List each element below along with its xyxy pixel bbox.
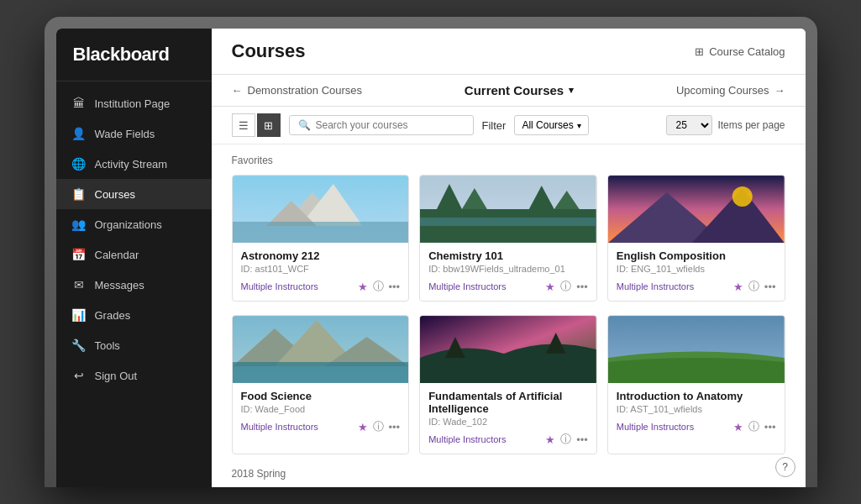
- per-page-label: Items per page: [717, 119, 785, 131]
- svg-rect-4: [233, 222, 409, 243]
- course-image: [420, 176, 596, 243]
- sidebar-label-grades: Grades: [95, 309, 131, 322]
- sidebar-item-calendar[interactable]: 📅 Calendar: [56, 239, 212, 270]
- course-card[interactable]: Introduction to Anatomy ID: AST_101_wfie…: [607, 315, 785, 454]
- course-name: Chemistry 101: [428, 249, 588, 262]
- prev-courses-link[interactable]: ← Demonstration Courses: [232, 84, 363, 97]
- svg-rect-20: [233, 362, 409, 383]
- info-icon[interactable]: ⓘ: [748, 419, 759, 434]
- sidebar-item-organizations[interactable]: 👥 Organizations: [56, 209, 212, 239]
- course-card[interactable]: Fundamentals of Artificial Intelligence …: [419, 315, 597, 454]
- per-page-select[interactable]: 25 50 100: [666, 115, 712, 135]
- view-toggle: ☰ ⊞: [232, 113, 281, 137]
- sidebar-label-activity: Activity Stream: [95, 158, 168, 171]
- sidebar-item-courses[interactable]: 📋 Courses: [56, 179, 212, 209]
- messages-icon: ✉: [71, 277, 87, 292]
- more-icon[interactable]: •••: [576, 433, 588, 446]
- prev-courses-label: Demonstration Courses: [248, 84, 363, 97]
- course-id: ID: ast101_WCF: [241, 264, 401, 274]
- course-catalog-button[interactable]: ⊞ Course Catalog: [695, 45, 785, 58]
- star-icon[interactable]: ★: [358, 421, 368, 433]
- instructor-link[interactable]: Multiple Instructors: [428, 434, 506, 444]
- filter-bar: ☰ ⊞ 🔍 Filter All Courses ▾ 25 50 100: [212, 107, 806, 144]
- instructor-link[interactable]: Multiple Instructors: [428, 281, 506, 291]
- top-bar: Courses ⊞ Course Catalog: [212, 29, 806, 75]
- signout-icon: ↩: [71, 368, 87, 383]
- current-courses-label[interactable]: Current Courses ▾: [465, 83, 574, 97]
- more-icon[interactable]: •••: [576, 281, 588, 293]
- page-title: Courses: [232, 40, 306, 62]
- grades-icon: 📊: [71, 307, 87, 323]
- course-card[interactable]: Astronomy 212 ID: ast101_WCF Multiple In…: [232, 175, 410, 302]
- star-icon[interactable]: ★: [358, 281, 368, 293]
- filter-option-label: All Courses: [522, 119, 573, 131]
- course-info: Chemistry 101 ID: bbw19WFields_ultrademo…: [420, 243, 596, 301]
- info-icon[interactable]: ⓘ: [748, 279, 759, 294]
- course-info: Introduction to Anatomy ID: AST_101_wfie…: [608, 383, 785, 441]
- course-id: ID: Wade_102: [428, 417, 588, 427]
- sidebar-label-organizations: Organizations: [95, 218, 162, 231]
- sidebar-item-user[interactable]: 👤 Wade Fields: [56, 118, 212, 149]
- info-icon[interactable]: ⓘ: [373, 419, 384, 434]
- course-card[interactable]: English Composition ID: ENG_101_wfields …: [607, 175, 785, 302]
- catalog-icon: ⊞: [695, 45, 704, 58]
- sidebar-nav: 🏛 Institution Page 👤 Wade Fields 🌐 Activ…: [56, 81, 212, 487]
- courses-icon: 📋: [71, 186, 87, 202]
- instructor-link[interactable]: Multiple Instructors: [241, 281, 318, 291]
- course-card[interactable]: Chemistry 101 ID: bbw19WFields_ultrademo…: [419, 175, 597, 302]
- sidebar-item-grades[interactable]: 📊 Grades: [56, 300, 212, 330]
- courses-grid-1: Food Science ID: Wade_Food Multiple Inst…: [232, 315, 785, 454]
- star-icon[interactable]: ★: [733, 281, 743, 293]
- course-image: [233, 316, 409, 383]
- more-icon[interactable]: •••: [389, 421, 401, 433]
- star-icon[interactable]: ★: [545, 281, 555, 293]
- course-name: Fundamentals of Artificial Intelligence: [428, 390, 588, 415]
- course-id: ID: Wade_Food: [241, 404, 401, 414]
- section-label-2: 2018 Spring: [232, 468, 785, 480]
- course-info: Food Science ID: Wade_Food Multiple Inst…: [233, 383, 409, 441]
- search-icon: 🔍: [298, 119, 311, 131]
- course-image: [420, 316, 596, 383]
- course-footer: Multiple Instructors ★ ⓘ •••: [428, 279, 588, 294]
- grid-view-button[interactable]: ⊞: [257, 113, 281, 137]
- sidebar-item-messages[interactable]: ✉ Messages: [56, 270, 212, 300]
- help-button[interactable]: ?: [775, 457, 795, 477]
- sidebar: Blackboard 🏛 Institution Page 👤 Wade Fie…: [56, 29, 212, 487]
- star-icon[interactable]: ★: [545, 433, 555, 446]
- course-footer: Multiple Instructors ★ ⓘ •••: [617, 419, 776, 434]
- right-arrow-icon: →: [774, 84, 785, 97]
- sidebar-item-institution[interactable]: 🏛 Institution Page: [56, 88, 212, 118]
- next-courses-link[interactable]: Upcoming Courses →: [676, 84, 785, 97]
- sidebar-item-signout[interactable]: ↩ Sign Out: [56, 360, 212, 391]
- search-input[interactable]: [316, 119, 465, 131]
- section-label-0: Favorites: [232, 155, 785, 166]
- instructor-link[interactable]: Multiple Instructors: [617, 281, 694, 291]
- info-icon[interactable]: ⓘ: [373, 279, 384, 294]
- course-nav: ← Demonstration Courses Current Courses …: [212, 75, 806, 107]
- course-actions: ★ ⓘ •••: [545, 279, 588, 294]
- sidebar-item-activity[interactable]: 🌐 Activity Stream: [56, 149, 212, 179]
- course-footer: Multiple Instructors ★ ⓘ •••: [241, 419, 401, 434]
- courses-area: Favorites Astronomy 212 ID: ast101_WCF M…: [212, 144, 806, 487]
- more-icon[interactable]: •••: [764, 281, 776, 293]
- sidebar-label-institution: Institution Page: [95, 97, 171, 110]
- activity-icon: 🌐: [71, 156, 87, 171]
- info-icon[interactable]: ⓘ: [560, 432, 571, 447]
- more-icon[interactable]: •••: [764, 421, 776, 433]
- instructor-link[interactable]: Multiple Instructors: [617, 422, 694, 432]
- course-image: [608, 176, 785, 243]
- more-icon[interactable]: •••: [389, 281, 401, 293]
- star-icon[interactable]: ★: [733, 421, 743, 433]
- course-info: Fundamentals of Artificial Intelligence …: [420, 383, 596, 454]
- sidebar-label-messages: Messages: [95, 279, 144, 291]
- institution-icon: 🏛: [71, 96, 87, 111]
- list-view-button[interactable]: ☰: [232, 113, 255, 137]
- course-id: ID: ENG_101_wfields: [617, 264, 776, 274]
- filter-select[interactable]: All Courses ▾: [514, 115, 588, 135]
- course-actions: ★ ⓘ •••: [733, 419, 776, 434]
- next-courses-label: Upcoming Courses: [676, 84, 769, 97]
- info-icon[interactable]: ⓘ: [560, 279, 571, 294]
- course-card[interactable]: Food Science ID: Wade_Food Multiple Inst…: [232, 315, 410, 454]
- sidebar-item-tools[interactable]: 🔧 Tools: [56, 330, 212, 360]
- instructor-link[interactable]: Multiple Instructors: [241, 422, 318, 432]
